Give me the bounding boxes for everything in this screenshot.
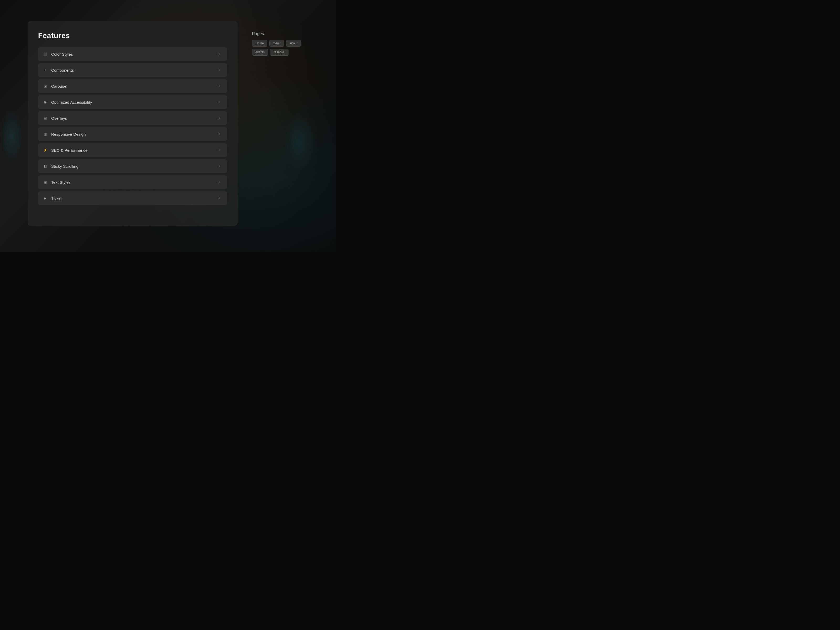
- feature-item-left: Ticker: [43, 196, 62, 201]
- feature-item-left: Text Styles: [43, 180, 71, 185]
- feature-item-sticky-scrolling[interactable]: Sticky Scrolling +: [38, 159, 227, 173]
- feature-plus-seo-performance[interactable]: +: [216, 147, 222, 153]
- feature-plus-responsive-design[interactable]: +: [216, 131, 222, 137]
- components-icon: [43, 68, 47, 73]
- feature-plus-overlays[interactable]: +: [216, 115, 222, 121]
- feature-item-responsive-design[interactable]: Responsive Design +: [38, 127, 227, 141]
- features-panel: Features Color Styles + Components + Car…: [28, 21, 238, 226]
- feature-item-text-styles[interactable]: Text Styles +: [38, 175, 227, 189]
- feature-label-carousel: Carousel: [51, 84, 67, 88]
- feature-divider: [39, 174, 227, 174]
- feature-item-left: Optimized Accessibility: [43, 100, 92, 104]
- feature-plus-sticky-scrolling[interactable]: +: [216, 163, 222, 169]
- feature-item-left: Overlays: [43, 116, 67, 120]
- feature-item-left: Sticky Scrolling: [43, 164, 79, 169]
- feature-item-carousel[interactable]: Carousel +: [38, 79, 227, 93]
- feature-plus-ticker[interactable]: +: [216, 195, 222, 201]
- feature-divider: [39, 158, 227, 158]
- feature-label-components: Components: [51, 68, 74, 73]
- feature-item-left: Components: [43, 68, 74, 73]
- text-icon: [43, 180, 47, 185]
- seo-icon: [43, 148, 47, 153]
- feature-item-left: Carousel: [43, 84, 67, 88]
- page-tag-menu[interactable]: menu: [269, 40, 284, 47]
- feature-plus-color-styles[interactable]: +: [216, 51, 222, 57]
- feature-label-optimized-accessibility: Optimized Accessibility: [51, 100, 92, 104]
- feature-item-seo-performance[interactable]: SEO & Performance +: [38, 143, 227, 157]
- feature-label-sticky-scrolling: Sticky Scrolling: [51, 164, 79, 169]
- sticky-icon: [43, 164, 47, 169]
- feature-item-color-styles[interactable]: Color Styles +: [38, 47, 227, 61]
- feature-item-ticker[interactable]: Ticker +: [38, 191, 227, 205]
- feature-item-left: SEO & Performance: [43, 148, 87, 153]
- page-tag-home[interactable]: Home: [252, 40, 267, 47]
- feature-divider: [39, 142, 227, 142]
- carousel-icon: [43, 84, 47, 88]
- feature-item-components[interactable]: Components +: [38, 63, 227, 77]
- feature-item-left: Color Styles: [43, 52, 73, 57]
- overlay-icon: [43, 116, 47, 120]
- feature-item-optimized-accessibility[interactable]: Optimized Accessibility +: [38, 95, 227, 109]
- ticker-icon: [43, 196, 47, 201]
- feature-divider: [39, 190, 227, 190]
- feature-plus-components[interactable]: +: [216, 67, 222, 73]
- feature-plus-optimized-accessibility[interactable]: +: [216, 99, 222, 105]
- palette-icon: [43, 52, 47, 57]
- feature-label-text-styles: Text Styles: [51, 180, 71, 185]
- panel-title: Features: [38, 32, 227, 40]
- feature-item-left: Responsive Design: [43, 132, 86, 136]
- feature-divider: [39, 78, 227, 78]
- page-tag-about[interactable]: about: [286, 40, 301, 47]
- feature-divider: [39, 94, 227, 94]
- feature-item-overlays[interactable]: Overlays +: [38, 111, 227, 125]
- feature-label-color-styles: Color Styles: [51, 52, 73, 57]
- background-chair-left: [0, 110, 24, 163]
- feature-divider: [39, 62, 227, 62]
- page-tag-events[interactable]: events: [252, 49, 268, 56]
- pages-panel: Pages Homemenuabouteventsreserve.: [252, 32, 310, 56]
- background-chair-right: [284, 114, 315, 171]
- feature-plus-carousel[interactable]: +: [216, 83, 222, 89]
- responsive-icon: [43, 132, 47, 136]
- feature-label-ticker: Ticker: [51, 196, 62, 201]
- pages-tags-container: Homemenuabouteventsreserve.: [252, 40, 310, 56]
- pages-title: Pages: [252, 32, 310, 36]
- feature-label-responsive-design: Responsive Design: [51, 132, 86, 136]
- eye-icon: [43, 100, 47, 104]
- feature-label-seo-performance: SEO & Performance: [51, 148, 87, 153]
- feature-label-overlays: Overlays: [51, 116, 67, 120]
- feature-list: Color Styles + Components + Carousel + O…: [38, 47, 227, 205]
- feature-plus-text-styles[interactable]: +: [216, 179, 222, 185]
- page-tag-reserve[interactable]: reserve.: [270, 49, 288, 56]
